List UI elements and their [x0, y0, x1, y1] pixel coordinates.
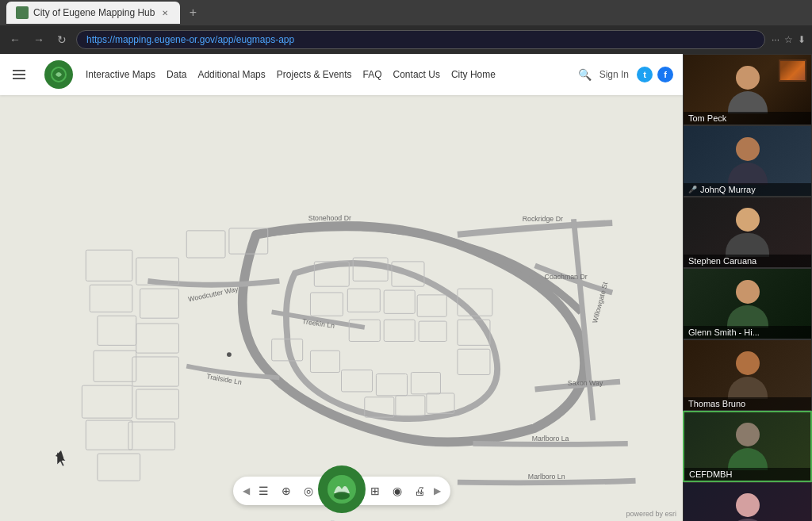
tab-close-button[interactable]: ✕: [159, 7, 170, 18]
participant-charlsey-cart[interactable]: 🎤 Charlsey Cart...: [683, 482, 812, 521]
main-area: Interactive Maps Data Additional Maps Pr…: [0, 54, 812, 521]
nav-data[interactable]: Data: [167, 69, 186, 80]
site-logo: [44, 60, 73, 89]
john-murray-name: JohnQ Murray: [700, 185, 756, 194]
esri-attribution: powered by esri: [626, 510, 676, 518]
address-icons: ··· ☆ ⬇: [772, 34, 806, 45]
svg-text:Coachman Dr: Coachman Dr: [545, 273, 588, 281]
glenn-smith-name: Glenn Smith - Hi...: [688, 328, 760, 337]
eugene-logo: Eugene: [318, 465, 366, 521]
url-text: https://mapping.eugene-or.gov/app/eugmap…: [86, 34, 294, 45]
svg-text:Saxon Way: Saxon Way: [568, 379, 603, 387]
tab-favicon: [16, 6, 29, 19]
participant-john-murray[interactable]: 🎤 JohnQ Murray: [683, 125, 812, 197]
more-options-icon[interactable]: ···: [772, 34, 779, 45]
participant-glenn-smith[interactable]: Glenn Smith - Hi...: [683, 268, 812, 339]
toolbar-right-arrow[interactable]: ▶: [431, 485, 444, 496]
site-header: Interactive Maps Data Additional Maps Pr…: [0, 54, 683, 95]
glenn-smith-person: [727, 280, 768, 328]
map-area[interactable]: Stonehood Dr Rockridge Dr Coachman Dr Wi…: [0, 95, 683, 521]
refresh-button[interactable]: ↻: [54, 32, 70, 48]
map-svg: Stonehood Dr Rockridge Dr Coachman Dr Wi…: [0, 95, 683, 521]
bookmark-icon[interactable]: ☆: [784, 34, 793, 45]
active-tab[interactable]: City of Eugene Mapping Hub ✕: [6, 2, 180, 24]
cefdmbh-label: CEFDMBH: [684, 468, 810, 481]
svg-text:Stonehood Dr: Stonehood Dr: [308, 214, 351, 222]
tab-label: City of Eugene Mapping Hub: [33, 7, 155, 18]
svg-text:Marlboro La: Marlboro La: [532, 435, 569, 442]
locate-button[interactable]: ◎: [297, 480, 320, 502]
video-sidebar: Tom Peck 🎤 JohnQ Murray: [683, 54, 812, 521]
facebook-icon[interactable]: f: [657, 67, 673, 82]
glenn-smith-label: Glenn Smith - Hi...: [684, 326, 811, 339]
toolbar-left-arrow[interactable]: ◀: [239, 485, 253, 496]
site-nav: Interactive Maps Data Additional Maps Pr…: [86, 69, 565, 80]
svg-text:Rockridge Dr: Rockridge Dr: [523, 215, 563, 223]
john-murray-label: 🎤 JohnQ Murray: [684, 183, 811, 196]
web-content: Interactive Maps Data Additional Maps Pr…: [0, 54, 683, 521]
wall-art-decoration: [779, 59, 806, 82]
back-button[interactable]: ←: [6, 32, 24, 48]
nav-contact-us[interactable]: Contact Us: [393, 69, 440, 80]
browser-chrome: City of Eugene Mapping Hub ✕ + ← → ↻ htt…: [0, 0, 812, 54]
header-right: 🔍 Sign In t f: [578, 67, 673, 82]
twitter-icon[interactable]: t: [637, 67, 653, 82]
thomas-bruno-label: Thomas Bruno: [684, 397, 811, 410]
nav-interactive-maps[interactable]: Interactive Maps: [86, 69, 155, 80]
nav-faq[interactable]: FAQ: [363, 69, 382, 80]
cefdmbh-person: [728, 423, 768, 470]
print-button[interactable]: 🖨: [408, 480, 431, 502]
download-icon[interactable]: ⬇: [798, 34, 806, 45]
john-murray-person: [728, 137, 768, 185]
list-button[interactable]: ☰: [253, 480, 275, 502]
participant-stephen-caruana[interactable]: Stephen Caruana: [683, 197, 812, 268]
stephen-caruana-person: [726, 208, 769, 257]
participant-tom-peck[interactable]: Tom Peck: [683, 54, 812, 125]
svg-point-48: [227, 352, 232, 357]
participant-thomas-bruno[interactable]: Thomas Bruno: [683, 339, 812, 411]
forward-button[interactable]: →: [30, 32, 48, 48]
stephen-caruana-label: Stephen Caruana: [684, 255, 811, 267]
bookmark-button[interactable]: ◉: [386, 480, 408, 502]
nav-additional-maps[interactable]: Additional Maps: [197, 69, 265, 80]
charlsey-cart-video: [684, 483, 811, 521]
layers-button[interactable]: ⊕: [275, 480, 297, 502]
participant-cefdmbh[interactable]: CEFDMBH: [683, 411, 812, 482]
charlsey-cart-person: [727, 493, 768, 521]
nav-projects-events[interactable]: Projects & Events: [277, 69, 352, 80]
svg-point-50: [334, 492, 350, 500]
svg-text:Marlboro Ln: Marlboro Ln: [528, 473, 565, 481]
nav-city-home[interactable]: City Home: [451, 69, 496, 80]
tab-bar: City of Eugene Mapping Hub ✕ +: [0, 0, 812, 25]
thomas-bruno-name: Thomas Bruno: [688, 399, 745, 408]
social-icons: t f: [637, 67, 673, 82]
measure-button[interactable]: ⊞: [364, 480, 386, 502]
stephen-caruana-name: Stephen Caruana: [688, 256, 756, 266]
hamburger-menu[interactable]: [10, 67, 29, 82]
new-tab-button[interactable]: +: [183, 3, 202, 22]
url-input[interactable]: https://mapping.eugene-or.gov/app/eugmap…: [76, 30, 765, 49]
cefdmbh-name: CEFDMBH: [689, 469, 732, 479]
search-icon[interactable]: 🔍: [578, 68, 592, 81]
address-bar: ← → ↻ https://mapping.eugene-or.gov/app/…: [0, 25, 812, 54]
sign-in-link[interactable]: Sign In: [599, 69, 629, 80]
thomas-bruno-person: [728, 351, 768, 399]
mic-icon-john: 🎤: [688, 186, 697, 193]
tom-peck-name: Tom Peck: [688, 113, 726, 123]
tom-peck-label: Tom Peck: [684, 112, 811, 125]
tom-peck-person: [728, 66, 768, 113]
